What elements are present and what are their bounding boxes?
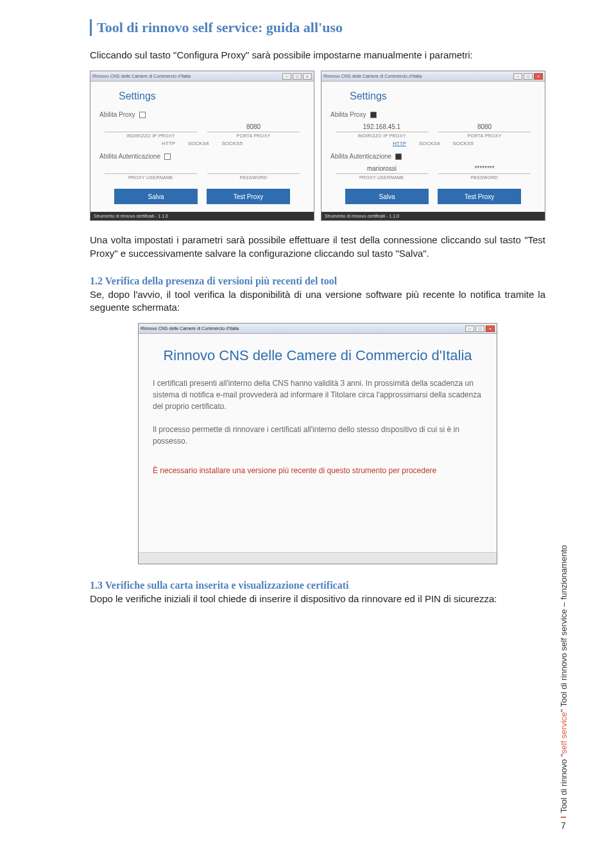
close-icon[interactable]: × [534,73,543,80]
window-statusbar: Strumento di rinnovo certificati - 1.1.0 [90,212,314,220]
window-controls: – □ × [282,73,312,80]
paragraph-after-settings: Una volta impostati i parametri sarà pos… [90,234,545,260]
update-required-message: È necessario installare una versione più… [153,466,483,475]
abilita-auth-label: Abilita Autenticazione [99,153,160,160]
page-title-bar: Tool di rinnovo self service: guida all'… [90,19,545,36]
window-title: Rinnovo CNS delle Camere di Commercio d'… [323,74,422,78]
abilita-proxy-checkbox[interactable] [139,112,146,118]
username-label: PROXY USERNAME [128,175,173,180]
maximize-icon[interactable]: □ [475,325,484,332]
maximize-icon[interactable]: □ [293,73,302,80]
vertical-caption: Tool di rinnovo "self service" Tool di r… [559,545,569,813]
username-input[interactable]: mariorossi [336,165,428,174]
window-titlebar: Rinnovo CNS delle Camere di Commercio d'… [321,71,545,82]
radio-socks4[interactable]: SOCKS4 [419,141,440,146]
maximize-icon[interactable]: □ [524,73,533,80]
window-titlebar: Rinnovo CNS delle Camere di Commercio d'… [139,324,497,334]
password-label: PASSWORD [471,175,499,180]
minimize-icon[interactable]: – [282,73,291,80]
abilita-proxy-label: Abilita Proxy [330,111,366,118]
settings-window-empty: Rinnovo CNS delle Camere di Commercio d'… [90,71,314,221]
window-statusbar: Strumento di rinnovo certificati - 1.1.0 [321,212,545,220]
section-1-3-body: Dopo le verifiche iniziali il tool chied… [90,593,545,605]
username-input[interactable] [105,165,197,174]
window-title: Rinnovo CNS delle Camere di Commercio d'… [92,74,191,78]
abilita-proxy-label: Abilita Proxy [99,111,135,118]
save-button[interactable]: Salva [114,189,198,204]
radio-socks5[interactable]: SOCKS5 [221,141,242,146]
update-notice-window: Rinnovo CNS delle Camere di Commercio d'… [138,323,497,564]
intro-paragraph: Cliccando sul tasto "Configura Proxy" sa… [90,49,545,62]
radio-socks4[interactable]: SOCKS4 [188,141,209,146]
abilita-auth-label: Abilita Autenticazione [330,153,391,160]
radio-socks5[interactable]: SOCKS5 [452,141,473,146]
minimize-icon[interactable]: – [465,325,474,332]
window-controls: – □ × [513,73,543,80]
settings-heading: Settings [119,91,305,102]
window-statusbar [139,552,497,564]
radio-http[interactable]: HTTP [162,141,175,146]
page-title: Tool di rinnovo self service: guida all'… [97,19,545,36]
save-button[interactable]: Salva [345,189,429,204]
ip-label: INDIRIZZO IP PROXY [357,134,406,138]
window-titlebar: Rinnovo CNS delle Camere di Commercio d'… [90,71,314,82]
password-label: PASSWORD [240,175,268,180]
port-label: PORTA PROXY [237,134,271,138]
port-label: PORTA PROXY [468,134,502,138]
vertical-page-rail: Tool di rinnovo "self service" Tool di r… [556,546,571,831]
abilita-auth-checkbox[interactable] [164,153,171,160]
section-1-2-body: Se, dopo l'avvio, il tool verifica la di… [90,288,545,315]
test-proxy-button[interactable]: Test Proxy [207,189,290,204]
update-window-p2: Il processo permette di rinnovare i cert… [153,424,483,447]
password-input[interactable]: ******** [438,165,531,174]
settings-heading: Settings [350,91,536,102]
window-controls: – □ × [465,325,495,332]
ip-input[interactable]: 192.168.45.1 [336,123,428,132]
section-1-2-heading: 1.2 Verifica della presenza di versioni … [90,275,545,287]
radio-http[interactable]: HTTP [393,141,406,146]
section-1-3-heading: 1.3 Verifiche sulla carta inserita e vis… [90,580,545,591]
page-number: 7 [561,817,566,831]
minimize-icon[interactable]: – [513,73,522,80]
password-input[interactable] [207,165,300,174]
username-label: PROXY USERNAME [359,175,404,180]
close-icon[interactable]: × [303,73,312,80]
port-input[interactable]: 8080 [207,123,300,132]
update-window-p1: I certificati presenti all'interno della… [153,377,483,412]
window-title: Rinnovo CNS delle Camere di Commercio d'… [141,326,239,331]
abilita-proxy-checkbox[interactable] [370,112,377,118]
abilita-auth-checkbox[interactable] [395,153,402,160]
test-proxy-button[interactable]: Test Proxy [438,189,521,204]
ip-label: INDIRIZZO IP PROXY [126,134,175,138]
port-input[interactable]: 8080 [438,123,531,132]
close-icon[interactable]: × [486,325,495,332]
settings-window-filled: Rinnovo CNS delle Camere di Commercio d'… [321,71,545,221]
settings-screens-row: Rinnovo CNS delle Camere di Commercio d'… [90,71,545,221]
ip-input[interactable] [105,123,197,132]
update-window-heading: Rinnovo CNS delle Camere di Commercio d'… [153,347,483,365]
